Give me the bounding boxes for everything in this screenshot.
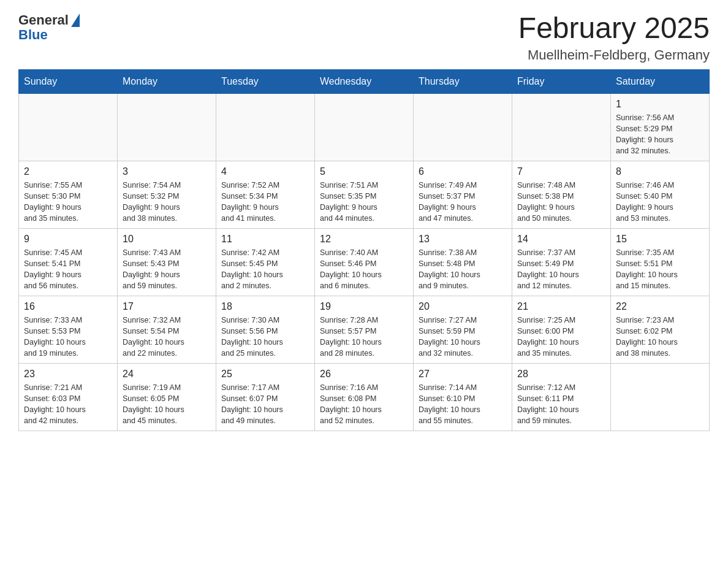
day-info: Sunrise: 7:40 AM Sunset: 5:46 PM Dayligh…: [320, 247, 408, 292]
day-number: 20: [419, 301, 507, 312]
calendar-cell: [315, 93, 414, 161]
calendar-cell: [414, 93, 512, 161]
logo-blue-text: Blue: [18, 27, 48, 43]
col-header-sunday: Sunday: [19, 69, 118, 93]
day-number: 7: [517, 166, 605, 177]
page-header: General Blue February 2025 Muellheim-Fel…: [18, 12, 710, 63]
calendar-cell: 3Sunrise: 7:54 AM Sunset: 5:32 PM Daylig…: [118, 161, 216, 228]
calendar-cell: 22Sunrise: 7:23 AM Sunset: 6:02 PM Dayli…: [611, 296, 710, 363]
calendar-cell: 11Sunrise: 7:42 AM Sunset: 5:45 PM Dayli…: [216, 228, 315, 296]
calendar-cell: 10Sunrise: 7:43 AM Sunset: 5:43 PM Dayli…: [118, 228, 216, 296]
day-info: Sunrise: 7:56 AM Sunset: 5:29 PM Dayligh…: [616, 112, 704, 157]
calendar-cell: 28Sunrise: 7:12 AM Sunset: 6:11 PM Dayli…: [512, 363, 611, 431]
day-info: Sunrise: 7:14 AM Sunset: 6:10 PM Dayligh…: [419, 382, 507, 427]
day-info: Sunrise: 7:55 AM Sunset: 5:30 PM Dayligh…: [24, 180, 112, 224]
calendar-week-row: 1Sunrise: 7:56 AM Sunset: 5:29 PM Daylig…: [19, 93, 710, 161]
logo-general-text: General: [18, 12, 69, 28]
day-info: Sunrise: 7:19 AM Sunset: 6:05 PM Dayligh…: [123, 382, 211, 427]
day-info: Sunrise: 7:23 AM Sunset: 6:02 PM Dayligh…: [616, 315, 704, 359]
day-info: Sunrise: 7:54 AM Sunset: 5:32 PM Dayligh…: [123, 180, 211, 224]
calendar-cell: 27Sunrise: 7:14 AM Sunset: 6:10 PM Dayli…: [414, 363, 512, 431]
day-info: Sunrise: 7:43 AM Sunset: 5:43 PM Dayligh…: [123, 247, 211, 292]
day-number: 9: [24, 234, 112, 245]
calendar-cell: [216, 93, 315, 161]
day-number: 6: [419, 166, 507, 177]
day-number: 13: [419, 234, 507, 245]
day-info: Sunrise: 7:33 AM Sunset: 5:53 PM Dayligh…: [24, 315, 112, 359]
col-header-thursday: Thursday: [414, 69, 512, 93]
day-number: 27: [419, 369, 507, 380]
logo: General Blue: [18, 12, 80, 43]
calendar-week-row: 16Sunrise: 7:33 AM Sunset: 5:53 PM Dayli…: [19, 296, 710, 363]
day-number: 18: [221, 301, 309, 312]
logo-triangle-icon: [71, 13, 80, 27]
day-number: 26: [320, 369, 408, 380]
calendar-cell: 14Sunrise: 7:37 AM Sunset: 5:49 PM Dayli…: [512, 228, 611, 296]
day-number: 14: [517, 234, 605, 245]
calendar-cell: 18Sunrise: 7:30 AM Sunset: 5:56 PM Dayli…: [216, 296, 315, 363]
calendar-cell: 20Sunrise: 7:27 AM Sunset: 5:59 PM Dayli…: [414, 296, 512, 363]
col-header-monday: Monday: [118, 69, 216, 93]
calendar-cell: [118, 93, 216, 161]
calendar-cell: 8Sunrise: 7:46 AM Sunset: 5:40 PM Daylig…: [611, 161, 710, 228]
day-info: Sunrise: 7:48 AM Sunset: 5:38 PM Dayligh…: [517, 180, 605, 224]
col-header-friday: Friday: [512, 69, 611, 93]
day-number: 28: [517, 369, 605, 380]
day-number: 8: [616, 166, 704, 177]
col-header-wednesday: Wednesday: [315, 69, 414, 93]
day-info: Sunrise: 7:21 AM Sunset: 6:03 PM Dayligh…: [24, 382, 112, 427]
calendar-cell: 1Sunrise: 7:56 AM Sunset: 5:29 PM Daylig…: [611, 93, 710, 161]
day-number: 22: [616, 301, 704, 312]
calendar-cell: 6Sunrise: 7:49 AM Sunset: 5:37 PM Daylig…: [414, 161, 512, 228]
day-info: Sunrise: 7:12 AM Sunset: 6:11 PM Dayligh…: [517, 382, 605, 427]
day-number: 2: [24, 166, 112, 177]
calendar-cell: 12Sunrise: 7:40 AM Sunset: 5:46 PM Dayli…: [315, 228, 414, 296]
calendar-cell: 19Sunrise: 7:28 AM Sunset: 5:57 PM Dayli…: [315, 296, 414, 363]
day-info: Sunrise: 7:45 AM Sunset: 5:41 PM Dayligh…: [24, 247, 112, 292]
col-header-saturday: Saturday: [611, 69, 710, 93]
day-info: Sunrise: 7:16 AM Sunset: 6:08 PM Dayligh…: [320, 382, 408, 427]
calendar-cell: 26Sunrise: 7:16 AM Sunset: 6:08 PM Dayli…: [315, 363, 414, 431]
calendar-cell: [19, 93, 118, 161]
day-info: Sunrise: 7:46 AM Sunset: 5:40 PM Dayligh…: [616, 180, 704, 224]
day-info: Sunrise: 7:37 AM Sunset: 5:49 PM Dayligh…: [517, 247, 605, 292]
calendar-cell: 9Sunrise: 7:45 AM Sunset: 5:41 PM Daylig…: [19, 228, 118, 296]
month-title: February 2025: [518, 12, 710, 45]
calendar-cell: 16Sunrise: 7:33 AM Sunset: 5:53 PM Dayli…: [19, 296, 118, 363]
col-header-tuesday: Tuesday: [216, 69, 315, 93]
day-number: 5: [320, 166, 408, 177]
day-number: 25: [221, 369, 309, 380]
calendar-cell: 5Sunrise: 7:51 AM Sunset: 5:35 PM Daylig…: [315, 161, 414, 228]
day-info: Sunrise: 7:27 AM Sunset: 5:59 PM Dayligh…: [419, 315, 507, 359]
calendar-cell: 24Sunrise: 7:19 AM Sunset: 6:05 PM Dayli…: [118, 363, 216, 431]
day-number: 11: [221, 234, 309, 245]
calendar-cell: 25Sunrise: 7:17 AM Sunset: 6:07 PM Dayli…: [216, 363, 315, 431]
calendar-cell: 2Sunrise: 7:55 AM Sunset: 5:30 PM Daylig…: [19, 161, 118, 228]
calendar-table: SundayMondayTuesdayWednesdayThursdayFrid…: [18, 69, 710, 431]
title-block: February 2025 Muellheim-Feldberg, German…: [518, 12, 710, 63]
day-info: Sunrise: 7:32 AM Sunset: 5:54 PM Dayligh…: [123, 315, 211, 359]
calendar-cell: [611, 363, 710, 431]
calendar-cell: [512, 93, 611, 161]
day-info: Sunrise: 7:42 AM Sunset: 5:45 PM Dayligh…: [221, 247, 309, 292]
calendar-cell: 13Sunrise: 7:38 AM Sunset: 5:48 PM Dayli…: [414, 228, 512, 296]
day-number: 1: [616, 99, 704, 110]
day-info: Sunrise: 7:35 AM Sunset: 5:51 PM Dayligh…: [616, 247, 704, 292]
day-info: Sunrise: 7:28 AM Sunset: 5:57 PM Dayligh…: [320, 315, 408, 359]
day-number: 3: [123, 166, 211, 177]
day-number: 16: [24, 301, 112, 312]
calendar-week-row: 9Sunrise: 7:45 AM Sunset: 5:41 PM Daylig…: [19, 228, 710, 296]
day-number: 23: [24, 369, 112, 380]
calendar-cell: 23Sunrise: 7:21 AM Sunset: 6:03 PM Dayli…: [19, 363, 118, 431]
day-number: 12: [320, 234, 408, 245]
day-number: 19: [320, 301, 408, 312]
day-number: 15: [616, 234, 704, 245]
day-number: 24: [123, 369, 211, 380]
calendar-cell: 15Sunrise: 7:35 AM Sunset: 5:51 PM Dayli…: [611, 228, 710, 296]
calendar-cell: 21Sunrise: 7:25 AM Sunset: 6:00 PM Dayli…: [512, 296, 611, 363]
day-info: Sunrise: 7:30 AM Sunset: 5:56 PM Dayligh…: [221, 315, 309, 359]
calendar-week-row: 2Sunrise: 7:55 AM Sunset: 5:30 PM Daylig…: [19, 161, 710, 228]
day-number: 17: [123, 301, 211, 312]
day-info: Sunrise: 7:25 AM Sunset: 6:00 PM Dayligh…: [517, 315, 605, 359]
day-info: Sunrise: 7:49 AM Sunset: 5:37 PM Dayligh…: [419, 180, 507, 224]
